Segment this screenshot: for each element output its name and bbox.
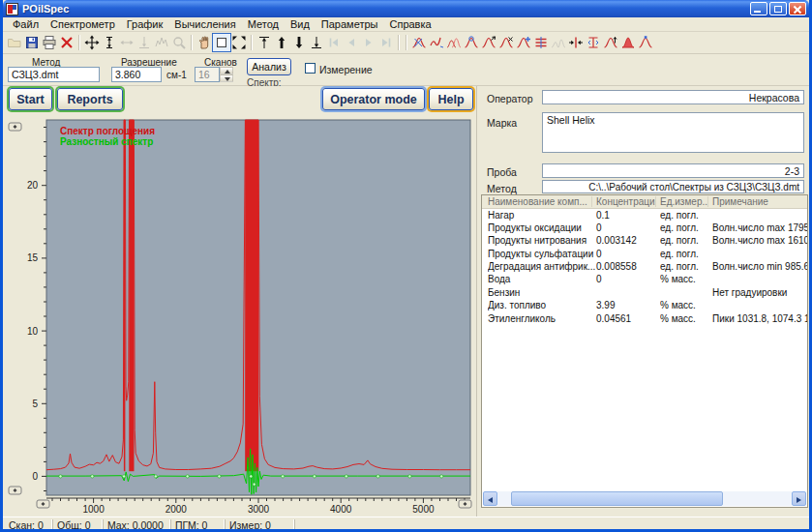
status-panel: Общ: 0: [53, 519, 104, 532]
v-scale-icon[interactable]: [101, 34, 118, 51]
resolution-field[interactable]: 3.860: [111, 67, 162, 82]
measure-checkbox[interactable]: [305, 63, 316, 74]
save-icon[interactable]: [23, 34, 41, 51]
sample-field[interactable]: 2-3: [542, 163, 804, 178]
table-row[interactable]: БензинНет градуировки: [482, 286, 807, 299]
menu-view[interactable]: Вид: [285, 18, 316, 30]
peak-mark-icon[interactable]: [637, 34, 654, 51]
nav-last-icon: [377, 34, 395, 51]
table-cell: 0: [596, 222, 660, 233]
operator-mode-button[interactable]: Operator mode: [322, 88, 425, 110]
table-cell: Нет градуировки: [712, 287, 808, 298]
close-button[interactable]: [789, 2, 806, 15]
maximize-button[interactable]: [769, 2, 787, 15]
svg-text:Разностный спектр: Разностный спектр: [60, 136, 153, 147]
scale-bottom-icon[interactable]: [308, 34, 325, 51]
method-path-label: Метод: [487, 183, 517, 194]
compress-x-icon[interactable]: [567, 34, 585, 51]
table-cell: Волн.число max 1610.4: [712, 235, 808, 246]
table-cell: Продукты оксидации: [488, 222, 596, 233]
table-cell: ед. погл.: [660, 261, 712, 272]
start-button[interactable]: Start: [9, 88, 52, 110]
to-baseline-icon: [135, 34, 153, 51]
analyze-button[interactable]: Анализ: [247, 58, 291, 75]
help-button[interactable]: Help: [429, 88, 473, 110]
horizontal-scrollbar[interactable]: [483, 491, 806, 506]
delete-icon[interactable]: [58, 34, 75, 51]
table-cell: % масс.: [660, 274, 712, 284]
table-row[interactable]: Этиленгликоль0.04561% масс.Пики 1031.8, …: [482, 312, 807, 325]
table-row[interactable]: Продукты нитрования0.003142ед. погл.Волн…: [482, 235, 807, 248]
method-path-field[interactable]: C:\..\Рабочий стол\Спектры из СЗЦЗ\СЗЦЗ.…: [542, 180, 804, 193]
peak-fill-icon[interactable]: [619, 34, 637, 51]
scale-top-icon[interactable]: [256, 34, 273, 51]
table-row[interactable]: Продукты оксидации0ед. погл.Волн.число m…: [482, 222, 807, 234]
menu-parameters[interactable]: Параметры: [316, 18, 384, 30]
normalize-icon[interactable]: [585, 34, 602, 51]
move-icon[interactable]: [83, 34, 101, 51]
table-row[interactable]: Диз. топливо3.99% масс.: [482, 300, 807, 312]
minimize-button[interactable]: [750, 2, 767, 15]
menu-spectrometer[interactable]: Спектрометр: [45, 18, 121, 30]
table-header[interactable]: Наименование комп...КонцентрацияЕд.измер…: [482, 195, 807, 209]
table-cell: Волн.число max 1795.6: [712, 222, 808, 233]
table-cell: 3.99: [596, 300, 660, 310]
svg-text:4000: 4000: [330, 504, 352, 515]
nav-next-icon: [360, 34, 377, 51]
table-cell: ед. погл.: [660, 222, 712, 233]
action-buttons-row: Start Reports Operator mode Help: [3, 86, 476, 113]
operator-field[interactable]: Некрасова: [542, 90, 804, 104]
column-header[interactable]: Наименование комп...: [488, 196, 592, 207]
table-cell: 0.003142: [596, 235, 660, 246]
table-cell: 0.008558: [596, 261, 660, 272]
cut-spectrum-icon[interactable]: [410, 34, 428, 51]
table-row[interactable]: Вода0% масс.: [482, 274, 807, 286]
shift-up-icon[interactable]: [273, 34, 290, 51]
scans-field[interactable]: 16: [195, 67, 220, 82]
table-row[interactable]: Нагар0.1ед. погл.: [482, 209, 807, 222]
integration-icon[interactable]: [532, 34, 550, 51]
toolbar-separator: [398, 35, 400, 50]
scans-spinner[interactable]: [220, 67, 233, 82]
print-icon[interactable]: [41, 34, 58, 51]
menu-calculations[interactable]: Вычисления: [168, 18, 241, 30]
left-pane: Start Reports Operator mode Help 0510152…: [3, 86, 476, 517]
derivative-icon[interactable]: [428, 34, 445, 51]
table-cell: Волн.число min 985.6: [712, 261, 808, 272]
subtract-spectra-icon[interactable]: [445, 34, 463, 51]
column-header[interactable]: Концентрация: [596, 196, 656, 207]
scrollbar-thumb[interactable]: [511, 491, 723, 506]
app-window: POilSpec ФайлСпектрометрГрафикВычисления…: [0, 0, 812, 532]
table-cell: 0.04561: [596, 313, 660, 324]
peak-add-icon[interactable]: [515, 34, 532, 51]
zoom-box-icon[interactable]: [213, 34, 230, 51]
menu-file[interactable]: Файл: [7, 18, 45, 30]
pan-hand-icon[interactable]: [195, 34, 213, 51]
peak-shift-icon[interactable]: [480, 34, 497, 51]
column-header[interactable]: Ед.измер...: [660, 196, 708, 207]
scroll-right-arrow-icon[interactable]: [792, 491, 806, 506]
brand-field[interactable]: Shell Helix: [542, 112, 804, 153]
h-scale-icon: [118, 34, 135, 51]
menu-help[interactable]: Справка: [383, 18, 436, 30]
menu-graph[interactable]: График: [121, 18, 169, 30]
components-table: Наименование комп...КонцентрацияЕд.измер…: [481, 194, 808, 508]
window-title: POilSpec: [22, 3, 748, 15]
peak-search-icon[interactable]: [463, 34, 480, 51]
shift-down-icon[interactable]: [290, 34, 308, 51]
column-header[interactable]: Примечание: [712, 196, 808, 207]
title-bar[interactable]: POilSpec: [3, 0, 809, 17]
scroll-left-arrow-icon[interactable]: [483, 491, 497, 506]
app-icon: [6, 3, 18, 15]
peak-up-icon[interactable]: [602, 34, 619, 51]
expand-icon[interactable]: [230, 34, 248, 51]
toolbar-separator: [78, 35, 80, 50]
spectrum-chart[interactable]: 0510152010002000300040005000Спектр погло…: [3, 113, 476, 517]
reports-button[interactable]: Reports: [57, 88, 123, 110]
method-field[interactable]: СЗЦЗ.dmt: [8, 67, 100, 82]
operator-label: Оператор: [487, 93, 533, 104]
menu-method[interactable]: Метод: [242, 18, 285, 30]
table-row[interactable]: Продукты сульфатации0ед. погл.: [482, 248, 807, 260]
table-row[interactable]: Деградация антифрик...0.008558ед. погл.В…: [482, 261, 807, 274]
peak-delete-icon[interactable]: [497, 34, 515, 51]
